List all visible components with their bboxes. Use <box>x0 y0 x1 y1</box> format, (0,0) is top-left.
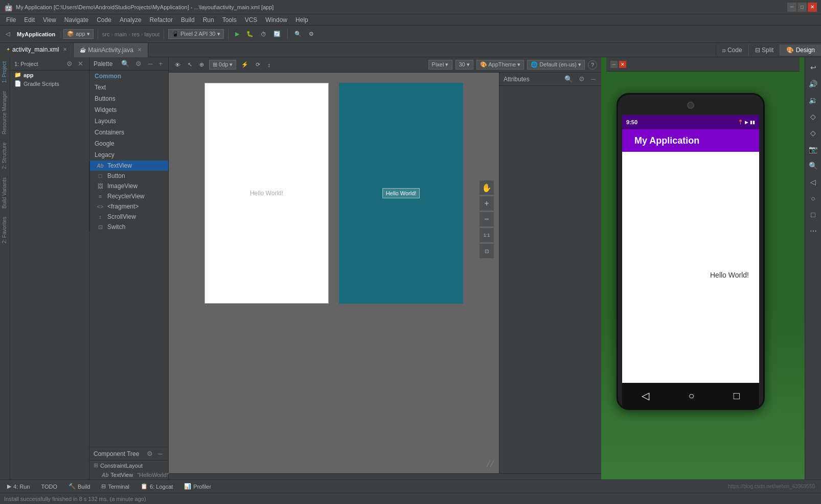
menu-item-view[interactable]: View <box>39 15 60 25</box>
minimize-button[interactable]: ─ <box>787 3 796 12</box>
pixel-dropdown[interactable]: Pixel ▾ <box>428 60 452 70</box>
palette-category-text[interactable]: Text <box>89 82 168 93</box>
ct-close-icon[interactable]: ─ <box>156 449 164 458</box>
palette-category-buttons[interactable]: Buttons <box>89 93 168 104</box>
horizontal-scrollbar[interactable] <box>169 473 601 479</box>
run-config-dropdown[interactable]: 📱 Pixel 2 API 30 ▾ <box>168 29 224 39</box>
phone-preview-minimize[interactable]: ─ <box>610 61 618 68</box>
sidebar-item-project[interactable]: 1: Project <box>0 57 10 87</box>
tab-main-activity-java[interactable]: ☕ MainActivity.java ✕ <box>74 43 148 57</box>
palette-item-scrollview[interactable]: ↕ ScrollView <box>90 212 168 222</box>
rt-back-button[interactable]: ◁ <box>807 176 819 188</box>
menu-item-edit[interactable]: Edit <box>20 15 39 25</box>
palette-expand-icon[interactable]: + <box>157 59 164 68</box>
debug-button[interactable]: 🐛 <box>244 29 256 39</box>
rt-circle-button[interactable]: ○ <box>807 192 819 204</box>
settings-button[interactable]: ⚙ <box>306 29 316 39</box>
zoom-dropdown[interactable]: 30 ▾ <box>455 60 473 70</box>
menu-item-refactor[interactable]: Refactor <box>146 15 177 25</box>
palette-item-imageview[interactable]: 🖼 ImageView <box>90 181 168 191</box>
menu-item-help[interactable]: Help <box>291 15 312 25</box>
phone-preview-close[interactable]: ✕ <box>619 61 626 68</box>
menu-item-window[interactable]: Window <box>261 15 291 25</box>
close-tab-java[interactable]: ✕ <box>138 47 142 53</box>
rt-camera-button[interactable]: 📷 <box>807 143 819 155</box>
palette-category-common[interactable]: Common <box>89 71 168 82</box>
palette-category-legacy[interactable]: Legacy <box>89 149 168 161</box>
phone-back-nav[interactable]: ◁ <box>642 390 649 402</box>
zoom-reset-button[interactable]: ⊡ <box>480 244 494 258</box>
palette-category-layouts[interactable]: Layouts <box>89 116 168 127</box>
code-view-button[interactable]: ⎄ Code <box>716 44 749 56</box>
project-settings-icon[interactable]: ⚙ <box>65 59 74 68</box>
sidebar-item-favorites[interactable]: 2: Favorites <box>0 213 10 247</box>
design-help-button[interactable]: ? <box>588 60 597 70</box>
project-item-gradle-scripts[interactable]: 📄 Gradle Scripts <box>10 79 89 88</box>
menu-item-file[interactable]: File <box>2 15 20 25</box>
run-button[interactable]: ▶ <box>233 29 242 39</box>
design-view-button[interactable]: 🎨 Design <box>780 44 821 56</box>
attrs-close-button[interactable]: ─ <box>589 75 597 83</box>
palette-category-google[interactable]: Google <box>89 138 168 149</box>
bottom-tab-todo[interactable]: TODO <box>36 481 62 492</box>
rt-volume-down-button[interactable]: 🔉 <box>807 94 819 106</box>
ct-settings-icon[interactable]: ⚙ <box>145 449 154 458</box>
sidebar-item-resource-manager[interactable]: Resource Manager <box>0 87 10 139</box>
design-tool1-button[interactable]: ⚡ <box>239 60 250 69</box>
rt-diamond2-button[interactable]: ◇ <box>807 127 819 139</box>
palette-item-textview[interactable]: Ab TextView <box>90 161 168 171</box>
rt-rotate-button[interactable]: ↩ <box>807 61 819 74</box>
sidebar-item-build-variants[interactable]: Build Variants <box>0 173 10 213</box>
design-tool3-button[interactable]: ↕ <box>265 61 272 69</box>
search-everywhere-button[interactable]: 🔍 <box>292 29 304 39</box>
palette-search-icon[interactable]: 🔍 <box>120 59 131 68</box>
palette-item-button[interactable]: □ Button <box>90 171 168 181</box>
attrs-search-button[interactable]: 🔍 <box>563 75 574 83</box>
palette-category-widgets[interactable]: Widgets <box>89 104 168 116</box>
palette-item-switch[interactable]: ⊡ Switch <box>90 222 168 232</box>
design-eye-button[interactable]: 👁 <box>173 61 183 69</box>
tab-activity-main-xml[interactable]: ✦ activity_main.xml ✕ <box>0 43 74 57</box>
menu-item-navigate[interactable]: Navigate <box>60 15 93 25</box>
module-selector[interactable]: 📦 app ▾ <box>63 29 93 39</box>
ct-item-constraint-layout[interactable]: ⊞ ConstraintLayout <box>89 461 168 470</box>
bottom-tab-build[interactable]: 🔨 Build <box>63 481 95 492</box>
rt-square-button[interactable]: □ <box>807 209 819 221</box>
rt-more-button[interactable]: ⋯ <box>807 225 819 237</box>
palette-close-icon[interactable]: ─ <box>146 59 154 68</box>
bottom-tab-terminal[interactable]: ⊟ Terminal <box>96 481 134 492</box>
design-cursor-button[interactable]: ↖ <box>186 60 194 69</box>
palette-settings-icon[interactable]: ⚙ <box>134 59 143 68</box>
project-item-app[interactable]: 📁 app <box>10 71 89 79</box>
pan-mode-button[interactable]: ✋ <box>480 180 494 195</box>
menu-item-tools[interactable]: Tools <box>218 15 241 25</box>
bottom-tab-profiler[interactable]: 📊 Profiler <box>179 481 216 492</box>
phone-recents-nav[interactable]: □ <box>734 390 740 402</box>
palette-item-fragment[interactable]: <> <fragment> <box>90 201 168 212</box>
attrs-settings-button[interactable]: ⚙ <box>577 75 586 83</box>
back-button[interactable]: ◁ <box>3 29 12 39</box>
zoom-out-button[interactable]: − <box>480 212 494 226</box>
maximize-button[interactable]: □ <box>797 3 807 12</box>
sidebar-item-structure[interactable]: 2: Structure <box>0 139 10 173</box>
close-tab-xml[interactable]: ✕ <box>63 47 67 52</box>
locale-dropdown[interactable]: 🌐 Default (en-us) ▾ <box>527 60 585 70</box>
ct-item-textview[interactable]: Ab TextView "HelloWorld!" <box>89 470 168 479</box>
bottom-tab-logcat[interactable]: 📋 6: Logcat <box>135 481 178 492</box>
bottom-tab-run[interactable]: ▶ 4: Run <box>2 481 35 492</box>
rt-diamond1-button[interactable]: ◇ <box>807 110 819 123</box>
design-tool2-button[interactable]: ⟳ <box>254 60 262 69</box>
menu-item-run[interactable]: Run <box>199 15 218 25</box>
rt-volume-up-button[interactable]: 🔊 <box>807 78 819 90</box>
theme-dropdown[interactable]: 🎨 AppTheme ▾ <box>476 60 524 70</box>
design-magnet-button[interactable]: ⊕ <box>197 60 206 69</box>
project-close-icon[interactable]: ✕ <box>76 59 85 68</box>
palette-category-containers[interactable]: Containers <box>89 127 168 138</box>
resize-handle[interactable]: ╱╱ <box>487 461 494 467</box>
profile-button[interactable]: ⏱ <box>258 30 269 39</box>
menu-item-analyze[interactable]: Analyze <box>116 15 146 25</box>
menu-item-build[interactable]: Build <box>177 15 199 25</box>
zoom-in-button[interactable]: + <box>480 196 494 211</box>
sync-button[interactable]: 🔄 <box>271 29 283 39</box>
phone-home-nav[interactable]: ○ <box>688 390 694 402</box>
